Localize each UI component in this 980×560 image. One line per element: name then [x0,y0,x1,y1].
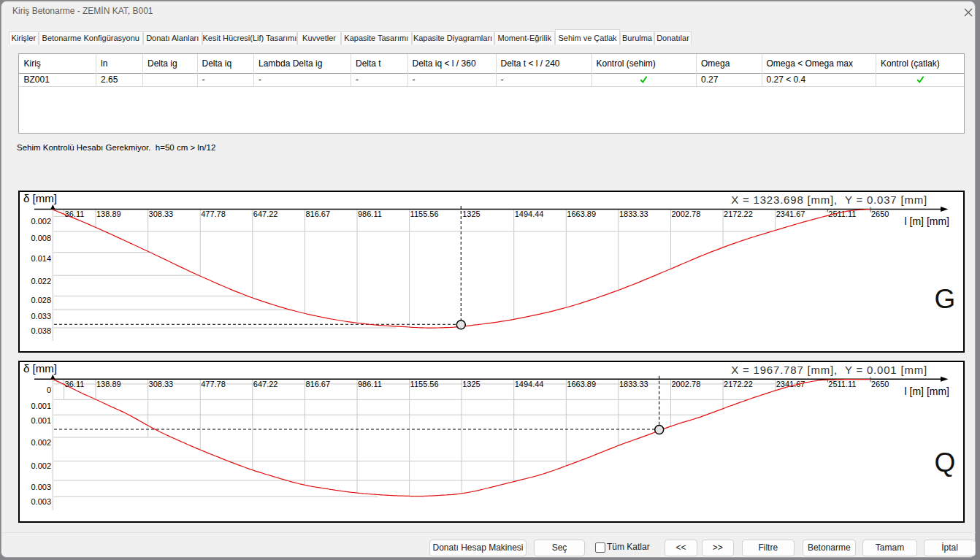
svg-text:0.028: 0.028 [31,296,51,304]
svg-text:1663.89: 1663.89 [567,210,596,218]
svg-text:0.002: 0.002 [31,461,51,470]
svg-text:0.002: 0.002 [31,217,51,226]
svg-text:X = 1967.787 [mm], Y = 0.001: X = 1967.787 [mm], Y = 0.001 [mm] [731,364,927,376]
svg-text:0.008: 0.008 [31,234,51,242]
svg-text:1833.33: 1833.33 [619,380,648,388]
svg-text:986.11: 986.11 [358,210,382,218]
svg-text:l [m] [mm]: l [m] [mm] [905,215,949,227]
svg-text:138.89: 138.89 [96,210,121,218]
svg-text:0.022: 0.022 [31,277,51,285]
svg-text:138.89: 138.89 [96,380,121,388]
svg-text:647.22: 647.22 [253,210,278,218]
svg-text:2002.78: 2002.78 [672,210,701,218]
svg-text:0.003: 0.003 [31,497,51,506]
svg-text:2511.11: 2511.11 [828,380,856,388]
svg-text:0.014: 0.014 [31,254,51,263]
svg-text:1155.56: 1155.56 [410,380,439,388]
svg-text:0.001: 0.001 [31,402,51,410]
svg-text:36.11: 36.11 [65,380,85,388]
svg-text:2172.22: 2172.22 [724,210,753,218]
svg-text:1155.56: 1155.56 [410,210,439,218]
svg-text:1663.89: 1663.89 [567,380,596,388]
svg-text:0.002: 0.002 [31,438,51,447]
svg-text:816.67: 816.67 [305,210,330,218]
svg-text:1833.33: 1833.33 [619,210,648,218]
svg-text:308.33: 308.33 [149,380,174,388]
svg-text:2650: 2650 [871,210,889,218]
svg-text:2002.78: 2002.78 [672,380,701,388]
svg-text:1494.44: 1494.44 [515,380,544,388]
svg-text:l [m] [mm]: l [m] [mm] [905,386,949,397]
svg-text:477.78: 477.78 [201,380,226,388]
svg-text:Q: Q [935,448,956,477]
svg-text:2650: 2650 [871,380,889,388]
svg-text:0.038: 0.038 [31,326,51,335]
svg-text:1494.44: 1494.44 [515,210,544,218]
svg-text:δ [mm]: δ [mm] [23,192,57,204]
svg-text:δ [mm]: δ [mm] [23,362,57,375]
svg-text:647.22: 647.22 [253,380,278,388]
svg-text:986.11: 986.11 [358,380,382,388]
svg-text:0.033: 0.033 [31,312,51,321]
svg-text:1325: 1325 [462,210,480,218]
svg-text:0.001: 0.001 [31,416,51,425]
svg-text:1325: 1325 [462,380,480,388]
svg-text:36.11: 36.11 [65,210,85,218]
svg-text:816.67: 816.67 [305,380,330,388]
svg-text:X = 1323.698 [mm], Y = 0.037: X = 1323.698 [mm], Y = 0.037 [mm] [731,193,927,206]
svg-text:308.33: 308.33 [149,210,174,218]
svg-text:0: 0 [47,386,51,394]
svg-text:2172.22: 2172.22 [724,380,753,388]
svg-text:2341.67: 2341.67 [776,210,805,218]
svg-text:G: G [935,284,956,314]
svg-text:477.78: 477.78 [201,210,226,218]
svg-text:0.003: 0.003 [31,483,51,491]
